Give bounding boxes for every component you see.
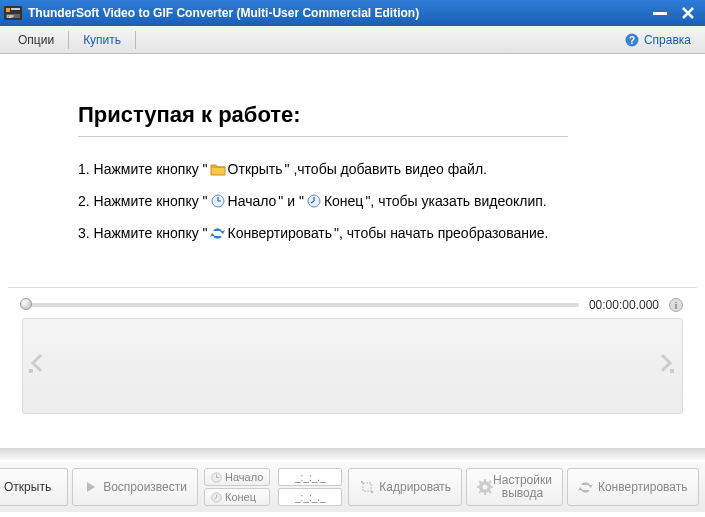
step-2: 2. Нажмите кнопку " Начало " и " Конец "… <box>78 193 647 209</box>
start-time-input[interactable] <box>278 468 342 486</box>
svg-line-28 <box>479 491 481 493</box>
clock-start-icon <box>210 193 226 209</box>
end-time-input[interactable] <box>278 488 342 506</box>
open-button[interactable]: Открыть <box>0 468 68 506</box>
clock-end-icon <box>211 492 222 503</box>
svg-rect-17 <box>361 481 363 483</box>
svg-rect-2 <box>11 8 20 10</box>
svg-rect-16 <box>363 483 371 491</box>
welcome-heading: Приступая к работе: <box>78 102 647 128</box>
svg-text:GIF: GIF <box>7 14 14 19</box>
step-1: 1. Нажмите кнопку " Открыть " ,чтобы доб… <box>78 161 647 177</box>
svg-text:?: ? <box>629 35 635 46</box>
svg-line-27 <box>489 481 491 483</box>
help-icon: ? <box>624 32 640 48</box>
svg-line-26 <box>489 491 491 493</box>
menu-separator <box>135 31 136 49</box>
bottom-toolbar: Открыть Воспроизвести Начало Конец Кадри… <box>0 460 705 512</box>
content-area: Приступая к работе: 1. Нажмите кнопку " … <box>0 54 705 422</box>
folder-open-icon <box>210 161 226 177</box>
timeline-area: 00:00:00.000 i <box>8 288 697 318</box>
start-button-label: Начало <box>225 471 263 483</box>
crop-button-label: Кадрировать <box>379 480 451 494</box>
clock-start-icon <box>211 472 222 483</box>
step-3: 3. Нажмите кнопку " Конвертировать ", чт… <box>78 225 647 241</box>
timeline-slider[interactable] <box>22 303 579 307</box>
start-button[interactable]: Начало <box>204 468 270 486</box>
svg-point-20 <box>483 485 488 490</box>
range-buttons-group: Начало Конец <box>202 468 272 506</box>
time-display: 00:00:00.000 <box>589 298 659 312</box>
end-button-label: Конец <box>225 491 256 503</box>
menubar: Опции Купить ? Справка <box>0 26 705 54</box>
play-button-label: Воспроизвести <box>103 480 187 494</box>
crop-button[interactable]: Кадрировать <box>348 468 462 506</box>
svg-rect-12 <box>29 369 33 373</box>
menu-options[interactable]: Опции <box>6 29 66 51</box>
titlebar: GIF ThunderSoft Video to GIF Converter (… <box>0 0 705 26</box>
menu-help[interactable]: ? Справка <box>624 32 699 48</box>
open-button-label: Открыть <box>4 480 51 494</box>
menu-help-label: Справка <box>644 33 691 47</box>
divider-shadow <box>0 448 705 460</box>
heading-underline <box>78 136 568 137</box>
window-title: ThunderSoft Video to GIF Converter (Mult… <box>28 6 645 20</box>
convert-icon <box>210 225 226 241</box>
strip-prev-button[interactable] <box>29 351 47 381</box>
welcome-panel: Приступая к работе: 1. Нажмите кнопку " … <box>8 62 697 288</box>
play-icon <box>83 479 99 495</box>
menu-buy[interactable]: Купить <box>71 29 133 51</box>
svg-rect-18 <box>371 491 373 493</box>
crop-icon <box>359 479 375 495</box>
app-icon: GIF <box>4 5 22 21</box>
gear-icon <box>477 479 493 495</box>
strip-next-button[interactable] <box>658 351 676 381</box>
convert-button[interactable]: Конвертировать <box>567 468 699 506</box>
svg-line-25 <box>479 481 481 483</box>
svg-rect-13 <box>670 369 674 373</box>
output-settings-label-2: вывода <box>502 487 543 500</box>
convert-icon <box>578 479 594 495</box>
thumbnail-strip <box>22 318 683 414</box>
close-button[interactable] <box>675 5 701 21</box>
info-icon[interactable]: i <box>669 298 683 312</box>
minimize-button[interactable] <box>647 5 673 21</box>
svg-rect-5 <box>653 12 667 15</box>
play-button[interactable]: Воспроизвести <box>72 468 198 506</box>
end-button[interactable]: Конец <box>204 488 270 506</box>
output-settings-button[interactable]: Настройки вывода <box>466 468 563 506</box>
timeline-thumb[interactable] <box>20 298 32 310</box>
menu-separator <box>68 31 69 49</box>
range-inputs-group <box>276 468 344 506</box>
clock-end-icon <box>306 193 322 209</box>
convert-button-label: Конвертировать <box>598 480 688 494</box>
svg-text:i: i <box>675 301 678 311</box>
svg-rect-1 <box>6 8 10 12</box>
